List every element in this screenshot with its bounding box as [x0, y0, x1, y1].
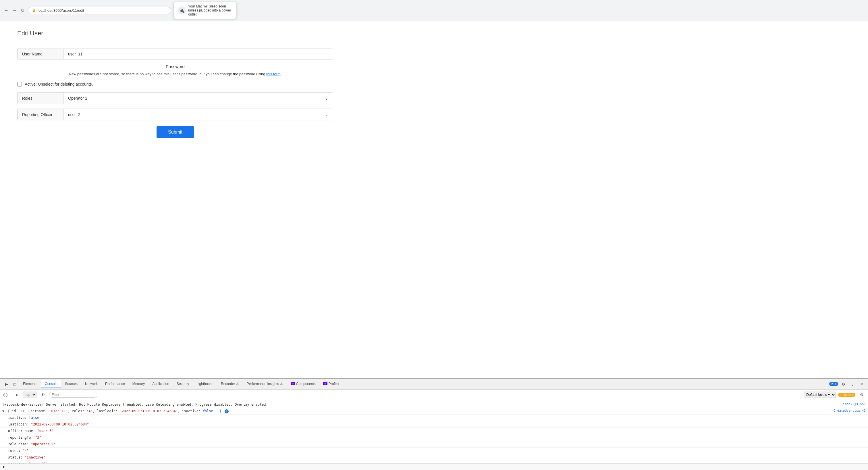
inspect-element-button[interactable]: ▶	[2, 380, 10, 388]
main-content: Edit User User Name Password Raw passwor…	[0, 21, 868, 378]
browser-bar: ← → ↻ 🔒 localhost:3000/users/11/edit 🔌 Y…	[0, 0, 868, 21]
reload-button[interactable]: ↻	[20, 7, 25, 13]
tab-recorder[interactable]: Recorder ⚠	[217, 380, 243, 388]
issue-settings-icon[interactable]: ⚙	[858, 391, 866, 399]
info-icon: i	[225, 409, 229, 413]
username-label: User Name	[18, 49, 63, 59]
notification-text: Your Mac will sleep soon unless plugged …	[188, 4, 232, 17]
console-toolbar: ⃠ ● top 👁 Default levels ▾ 1 Issue: 1 ⚙	[0, 389, 868, 400]
password-section: Password Raw passwords are not stored, s…	[17, 64, 333, 76]
tab-profiler[interactable]: ⚛Profiler	[320, 380, 343, 388]
notification-box: 🔌 Your Mac will sleep soon unless plugge…	[174, 2, 237, 19]
object1-preview: ▼ {_id: 11, username: 'user_11', roles: …	[2, 409, 831, 414]
active-row: Active: Unselect for deleting accounts.	[17, 81, 333, 88]
prop-role-name: role_name: "Operator 1"	[0, 441, 868, 447]
device-toggle-button[interactable]: ◻	[11, 380, 19, 388]
password-title: Password	[17, 64, 333, 69]
console-line-object1[interactable]: ▼ {_id: 11, username: 'user_11', roles: …	[0, 408, 868, 414]
page-title: Edit User	[17, 30, 851, 37]
clear-console-button[interactable]: ⃠	[2, 391, 10, 399]
prop-lastlogin: lastlogin: "2022-09-03T09:10:02.324684"	[0, 421, 868, 428]
username-row: User Name	[17, 49, 333, 60]
pause-on-exceptions-button[interactable]: ●	[13, 391, 21, 399]
roles-row: Roles Operator 1 ⌄	[17, 92, 333, 104]
devtools-right-controls: ⚑ 1 ⚙ ⋮ ✕	[829, 380, 866, 388]
edit-user-form: User Name Password Raw passwords are not…	[17, 49, 333, 138]
tab-console[interactable]: Console	[41, 380, 61, 388]
tab-performance[interactable]: Performance	[102, 380, 128, 388]
prop-roles: roles: "4"	[0, 447, 868, 454]
object1-source[interactable]: CreateUser.tsx:41	[833, 409, 866, 413]
issue-badge: 1 Issue: 1	[838, 393, 855, 397]
roles-select[interactable]: Operator 1 ⌄	[63, 93, 333, 104]
password-form-link[interactable]: this form	[266, 72, 281, 76]
console-output: [webpack-dev-server] Server started: Hot…	[0, 400, 868, 463]
submit-button[interactable]: Submit	[157, 126, 194, 138]
console-bottom: ►	[0, 463, 868, 470]
console-prompt: ►	[2, 465, 6, 469]
reporting-row: Reporting Officer user_2 ⌄	[17, 108, 333, 120]
tab-security[interactable]: Security	[173, 380, 192, 388]
prop-username: username: "user_11"	[0, 461, 868, 463]
active-checkbox[interactable]	[17, 82, 22, 87]
devtools-panel: ▶ ◻ Elements Console Sources Network Per…	[0, 378, 868, 470]
tab-performance-insights[interactable]: Performance insights ⚠	[243, 380, 287, 388]
log-level-select[interactable]: Default levels ▾	[804, 391, 836, 398]
console-line-webpack: [webpack-dev-server] Server started: Hot…	[0, 401, 868, 408]
tab-elements[interactable]: Elements	[20, 380, 41, 388]
prop-status: status: "inactive"	[0, 454, 868, 461]
error-badge: ⚑ 1	[829, 382, 838, 386]
active-label: Active: Unselect for deleting accounts.	[25, 82, 93, 87]
webpack-message: [webpack-dev-server] Server started: Hot…	[2, 402, 841, 407]
tab-sources[interactable]: Sources	[61, 380, 81, 388]
username-input[interactable]	[63, 49, 333, 59]
reporting-value: user_2	[68, 112, 81, 117]
reporting-chevron-icon: ⌄	[324, 112, 328, 117]
back-button[interactable]: ←	[3, 7, 9, 13]
roles-value: Operator 1	[68, 96, 87, 100]
tab-lighthouse[interactable]: Lighthouse	[193, 380, 217, 388]
roles-label: Roles	[18, 93, 63, 104]
tab-components[interactable]: ⚛Components	[287, 380, 319, 388]
forward-button[interactable]: →	[11, 7, 17, 13]
reporting-select[interactable]: user_2 ⌄	[63, 109, 333, 120]
lock-icon: 🔒	[32, 9, 36, 12]
filter-input[interactable]	[49, 392, 97, 398]
tab-application[interactable]: Application	[149, 380, 173, 388]
close-devtools-button[interactable]: ✕	[858, 380, 866, 388]
devtools-tabs: ▶ ◻ Elements Console Sources Network Per…	[0, 379, 868, 389]
roles-chevron-icon: ⌄	[324, 95, 328, 101]
prop-isactive: isactive: false	[0, 414, 868, 421]
context-select[interactable]: top	[23, 391, 36, 398]
password-desc: Raw passwords are not stored, so there i…	[17, 72, 333, 76]
url-text: localhost:3000/users/11/edit	[38, 8, 84, 13]
address-bar[interactable]: 🔒 localhost:3000/users/11/edit	[28, 7, 171, 14]
tab-memory[interactable]: Memory	[129, 380, 148, 388]
notification-icon: 🔌	[178, 6, 186, 14]
tab-network[interactable]: Network	[82, 380, 101, 388]
eye-icon[interactable]: 👁	[39, 391, 47, 399]
prop-reportingto: reportingTo: "3"	[0, 434, 868, 441]
prop-officer-name: officer_name: "user_3"	[0, 428, 868, 434]
more-options-button[interactable]: ⋮	[848, 380, 857, 388]
reporting-label: Reporting Officer	[18, 109, 63, 120]
settings-button[interactable]: ⚙	[839, 380, 847, 388]
webpack-source[interactable]: index.js:551	[843, 402, 866, 407]
